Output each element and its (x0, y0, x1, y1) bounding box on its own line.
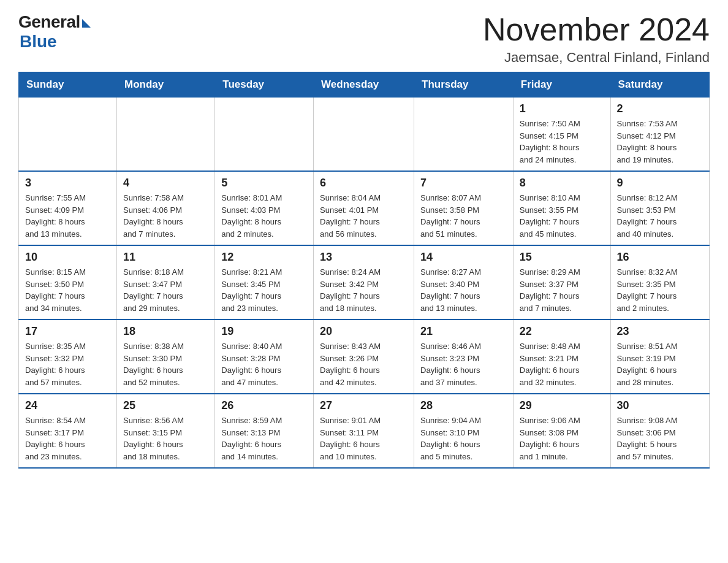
location-subtitle: Jaemsae, Central Finland, Finland (483, 50, 710, 66)
day-info: Sunrise: 8:40 AMSunset: 3:28 PMDaylight:… (221, 340, 307, 388)
day-number: 27 (320, 399, 408, 412)
day-number: 19 (221, 325, 307, 338)
calendar-cell: 10Sunrise: 8:15 AMSunset: 3:50 PMDayligh… (19, 245, 117, 320)
day-info: Sunrise: 9:04 AMSunset: 3:10 PMDaylight:… (420, 415, 507, 462)
calendar-cell: 8Sunrise: 8:10 AMSunset: 3:55 PMDaylight… (513, 171, 610, 245)
calendar-cell: 29Sunrise: 9:06 AMSunset: 3:08 PMDayligh… (513, 394, 610, 468)
calendar-cell: 13Sunrise: 8:24 AMSunset: 3:42 PMDayligh… (314, 245, 414, 320)
day-number: 26 (221, 399, 307, 412)
day-number: 25 (123, 399, 208, 412)
day-info: Sunrise: 8:04 AMSunset: 4:01 PMDaylight:… (320, 192, 408, 240)
calendar-cell: 18Sunrise: 8:38 AMSunset: 3:30 PMDayligh… (117, 320, 215, 394)
day-info: Sunrise: 8:27 AMSunset: 3:40 PMDaylight:… (420, 266, 507, 314)
day-info: Sunrise: 8:59 AMSunset: 3:13 PMDaylight:… (221, 415, 307, 462)
day-number: 18 (123, 325, 208, 338)
week-row-3: 10Sunrise: 8:15 AMSunset: 3:50 PMDayligh… (19, 245, 710, 320)
day-number: 4 (123, 177, 208, 190)
day-number: 11 (123, 251, 208, 264)
calendar-cell (414, 98, 514, 172)
day-number: 22 (520, 325, 604, 338)
calendar-body: 1Sunrise: 7:50 AMSunset: 4:15 PMDaylight… (19, 98, 710, 469)
day-info: Sunrise: 7:53 AMSunset: 4:12 PMDaylight:… (617, 118, 703, 166)
calendar-cell (215, 98, 314, 172)
calendar-cell: 27Sunrise: 9:01 AMSunset: 3:11 PMDayligh… (314, 394, 414, 468)
calendar-header: SundayMondayTuesdayWednesdayThursdayFrid… (19, 72, 710, 98)
day-info: Sunrise: 9:06 AMSunset: 3:08 PMDaylight:… (520, 415, 604, 462)
calendar-cell (314, 98, 414, 172)
day-info: Sunrise: 8:38 AMSunset: 3:30 PMDaylight:… (123, 340, 208, 388)
day-info: Sunrise: 8:21 AMSunset: 3:45 PMDaylight:… (221, 266, 307, 314)
calendar-cell: 17Sunrise: 8:35 AMSunset: 3:32 PMDayligh… (19, 320, 117, 394)
header: General Blue November 2024 Jaemsae, Cent… (18, 12, 710, 66)
week-row-4: 17Sunrise: 8:35 AMSunset: 3:32 PMDayligh… (19, 320, 710, 394)
day-info: Sunrise: 8:46 AMSunset: 3:23 PMDaylight:… (420, 340, 507, 388)
calendar-cell: 20Sunrise: 8:43 AMSunset: 3:26 PMDayligh… (314, 320, 414, 394)
calendar-cell: 23Sunrise: 8:51 AMSunset: 3:19 PMDayligh… (610, 320, 709, 394)
logo-blue-text: Blue (20, 32, 57, 52)
weekday-header-saturday: Saturday (610, 72, 709, 98)
day-number: 20 (320, 325, 408, 338)
day-number: 14 (420, 251, 507, 264)
day-info: Sunrise: 8:48 AMSunset: 3:21 PMDaylight:… (520, 340, 604, 388)
logo-triangle-icon (82, 19, 91, 28)
calendar-cell: 7Sunrise: 8:07 AMSunset: 3:58 PMDaylight… (414, 171, 514, 245)
day-number: 24 (25, 399, 110, 412)
weekday-header-friday: Friday (513, 72, 610, 98)
calendar-cell: 12Sunrise: 8:21 AMSunset: 3:45 PMDayligh… (215, 245, 314, 320)
day-number: 5 (221, 177, 307, 190)
day-info: Sunrise: 8:32 AMSunset: 3:35 PMDaylight:… (617, 266, 703, 314)
calendar-cell: 4Sunrise: 7:58 AMSunset: 4:06 PMDaylight… (117, 171, 215, 245)
calendar-cell: 28Sunrise: 9:04 AMSunset: 3:10 PMDayligh… (414, 394, 514, 468)
day-info: Sunrise: 8:10 AMSunset: 3:55 PMDaylight:… (520, 192, 604, 240)
day-number: 15 (520, 251, 604, 264)
weekday-header-wednesday: Wednesday (314, 72, 414, 98)
calendar-cell: 3Sunrise: 7:55 AMSunset: 4:09 PMDaylight… (19, 171, 117, 245)
calendar-cell: 26Sunrise: 8:59 AMSunset: 3:13 PMDayligh… (215, 394, 314, 468)
week-row-2: 3Sunrise: 7:55 AMSunset: 4:09 PMDaylight… (19, 171, 710, 245)
day-info: Sunrise: 9:01 AMSunset: 3:11 PMDaylight:… (320, 415, 408, 462)
weekday-header-monday: Monday (117, 72, 215, 98)
week-row-5: 24Sunrise: 8:54 AMSunset: 3:17 PMDayligh… (19, 394, 710, 468)
day-number: 21 (420, 325, 507, 338)
day-info: Sunrise: 8:07 AMSunset: 3:58 PMDaylight:… (420, 192, 507, 240)
calendar-cell: 9Sunrise: 8:12 AMSunset: 3:53 PMDaylight… (610, 171, 709, 245)
day-number: 8 (520, 177, 604, 190)
calendar-table: SundayMondayTuesdayWednesdayThursdayFrid… (18, 72, 710, 469)
day-info: Sunrise: 8:18 AMSunset: 3:47 PMDaylight:… (123, 266, 208, 314)
day-number: 23 (617, 325, 703, 338)
weekday-header-tuesday: Tuesday (215, 72, 314, 98)
day-number: 9 (617, 177, 703, 190)
weekday-header-row: SundayMondayTuesdayWednesdayThursdayFrid… (19, 72, 710, 98)
day-info: Sunrise: 8:43 AMSunset: 3:26 PMDaylight:… (320, 340, 408, 388)
day-number: 3 (25, 177, 110, 190)
calendar-cell: 5Sunrise: 8:01 AMSunset: 4:03 PMDaylight… (215, 171, 314, 245)
day-info: Sunrise: 7:58 AMSunset: 4:06 PMDaylight:… (123, 192, 208, 240)
week-row-1: 1Sunrise: 7:50 AMSunset: 4:15 PMDaylight… (19, 98, 710, 172)
day-info: Sunrise: 9:08 AMSunset: 3:06 PMDaylight:… (617, 415, 703, 462)
logo: General Blue (18, 12, 91, 52)
day-info: Sunrise: 8:24 AMSunset: 3:42 PMDaylight:… (320, 266, 408, 314)
calendar-cell: 16Sunrise: 8:32 AMSunset: 3:35 PMDayligh… (610, 245, 709, 320)
day-number: 1 (520, 102, 604, 115)
calendar-cell: 14Sunrise: 8:27 AMSunset: 3:40 PMDayligh… (414, 245, 514, 320)
day-number: 12 (221, 251, 307, 264)
calendar-cell: 19Sunrise: 8:40 AMSunset: 3:28 PMDayligh… (215, 320, 314, 394)
day-number: 28 (420, 399, 507, 412)
day-info: Sunrise: 7:50 AMSunset: 4:15 PMDaylight:… (520, 118, 604, 166)
calendar-cell: 25Sunrise: 8:56 AMSunset: 3:15 PMDayligh… (117, 394, 215, 468)
weekday-header-thursday: Thursday (414, 72, 514, 98)
day-info: Sunrise: 8:01 AMSunset: 4:03 PMDaylight:… (221, 192, 307, 240)
day-info: Sunrise: 8:29 AMSunset: 3:37 PMDaylight:… (520, 266, 604, 314)
title-area: November 2024 Jaemsae, Central Finland, … (483, 12, 710, 66)
day-number: 6 (320, 177, 408, 190)
day-info: Sunrise: 8:15 AMSunset: 3:50 PMDaylight:… (25, 266, 110, 314)
day-number: 16 (617, 251, 703, 264)
day-info: Sunrise: 8:56 AMSunset: 3:15 PMDaylight:… (123, 415, 208, 462)
calendar-cell: 21Sunrise: 8:46 AMSunset: 3:23 PMDayligh… (414, 320, 514, 394)
day-number: 29 (520, 399, 604, 412)
page-title: November 2024 (483, 12, 710, 47)
day-number: 2 (617, 102, 703, 115)
logo-general-text: General (18, 12, 80, 32)
day-number: 30 (617, 399, 703, 412)
calendar-cell: 22Sunrise: 8:48 AMSunset: 3:21 PMDayligh… (513, 320, 610, 394)
